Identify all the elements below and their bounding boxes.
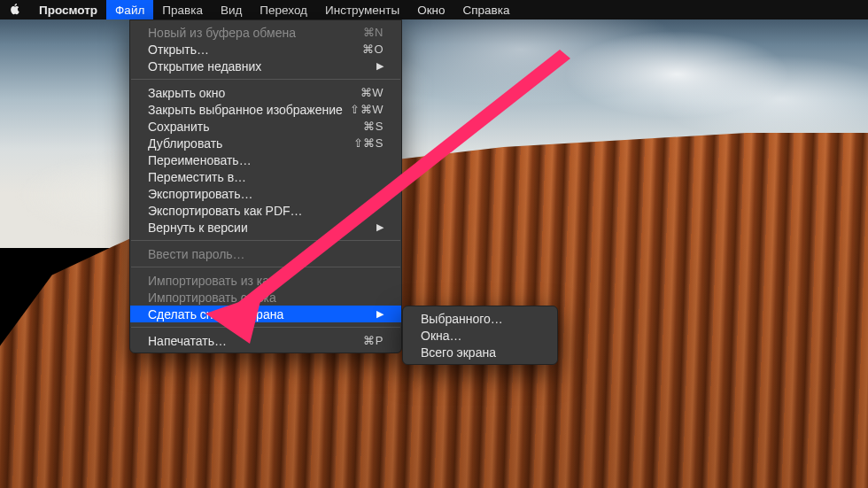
- file-menu-item-1[interactable]: Открыть…⌘O: [130, 41, 401, 58]
- menu-6[interactable]: Справка: [454, 0, 519, 19]
- file-menu-item-12[interactable]: Вернуть к версии▶: [130, 219, 401, 236]
- menu-3[interactable]: Переход: [251, 0, 316, 19]
- menu-separator: [131, 327, 400, 328]
- file-menu-item-8[interactable]: Переименовать…: [130, 151, 401, 168]
- menu-item-label: Ввести пароль…: [148, 247, 384, 261]
- menu-item-label: Переместить в…: [148, 170, 384, 184]
- screenshot-submenu-item-1[interactable]: Окна…: [403, 327, 557, 344]
- menu-item-label: Экспортировать…: [148, 187, 384, 201]
- file-menu-item-5[interactable]: Закрыть выбранное изображение⇧⌘W: [130, 101, 401, 118]
- file-menu-item-7[interactable]: Дублировать⇧⌘S: [130, 135, 401, 151]
- menu-item-label: Выбранного…: [421, 312, 539, 326]
- menu-item-label: Новый из буфера обмена: [148, 26, 363, 40]
- screenshot-submenu-item-2[interactable]: Всего экрана: [403, 344, 557, 360]
- file-menu-item-9[interactable]: Переместить в…: [130, 168, 401, 185]
- file-menu-item-6[interactable]: Сохранить⌘S: [130, 118, 401, 135]
- file-menu-item-16: Импортировать из кам: [130, 272, 401, 289]
- menubar: Просмотр ФайлПравкаВидПереходИнструменты…: [0, 0, 868, 19]
- screenshot-submenu-item-0[interactable]: Выбранного…: [403, 310, 557, 327]
- chevron-right-icon: ▶: [376, 221, 384, 233]
- screenshot-submenu: Выбранного…Окна…Всего экрана: [402, 306, 558, 365]
- menu-item-label: Импортировать со ска: [148, 290, 384, 305]
- menu-item-shortcut: ⌘O: [362, 43, 384, 56]
- apple-menu[interactable]: [0, 0, 30, 19]
- menu-item-label: Переименовать…: [148, 153, 384, 167]
- menu-0[interactable]: Файл: [106, 0, 153, 19]
- menu-item-shortcut: ⇧⌘S: [353, 136, 384, 150]
- file-menu-item-2[interactable]: Открытие недавних▶: [130, 58, 401, 74]
- menu-item-label: Окна…: [421, 329, 539, 343]
- menu-2[interactable]: Вид: [212, 0, 251, 19]
- app-name[interactable]: Просмотр: [30, 0, 106, 19]
- menu-item-label: Закрыть окно: [148, 86, 360, 100]
- menu-item-label: Открыть…: [148, 43, 362, 57]
- menu-separator: [131, 240, 400, 241]
- menu-item-shortcut: ⌘S: [363, 120, 384, 133]
- menu-item-label: Открытие недавних: [148, 59, 376, 74]
- menu-item-shortcut: ⌘N: [363, 26, 384, 39]
- menu-item-label: Импортировать из кам: [148, 274, 384, 288]
- file-menu-item-11[interactable]: Экспортировать как PDF…: [130, 202, 401, 219]
- menu-separator: [131, 79, 400, 80]
- menu-item-label: Всего экрана: [421, 345, 539, 360]
- file-menu-item-0: Новый из буфера обмена⌘N: [130, 24, 401, 41]
- menu-item-label: Закрыть выбранное изображение: [148, 103, 350, 117]
- menu-item-label: Сохранить: [148, 120, 363, 134]
- file-menu-item-14: Ввести пароль…: [130, 245, 401, 262]
- menu-item-shortcut: ⇧⌘W: [350, 103, 384, 116]
- menu-item-label: Вернуть к версии: [148, 221, 376, 235]
- menu-item-label: Экспортировать как PDF…: [148, 204, 384, 218]
- file-menu-item-18[interactable]: Сделать снимок экрана▶: [130, 306, 401, 322]
- file-menu-item-10[interactable]: Экспортировать…: [130, 185, 401, 202]
- file-menu-item-4[interactable]: Закрыть окно⌘W: [130, 84, 401, 101]
- menu-item-label: Напечатать…: [148, 334, 363, 348]
- menu-item-label: Сделать снимок экрана: [148, 307, 376, 321]
- menu-item-label: Дублировать: [148, 136, 353, 151]
- menu-4[interactable]: Инструменты: [316, 0, 408, 19]
- apple-icon: [9, 3, 21, 18]
- menu-5[interactable]: Окно: [408, 0, 453, 19]
- menu-item-shortcut: ⌘W: [360, 86, 384, 99]
- menu-separator: [131, 267, 400, 267]
- menu-item-shortcut: ⌘P: [363, 334, 384, 347]
- file-menu-item-17: Импортировать со ска: [130, 289, 401, 306]
- chevron-right-icon: ▶: [376, 308, 384, 320]
- chevron-right-icon: ▶: [376, 60, 384, 72]
- file-menu-item-20[interactable]: Напечатать…⌘P: [130, 332, 401, 349]
- file-menu-dropdown: Новый из буфера обмена⌘NОткрыть…⌘OОткрыт…: [129, 19, 402, 353]
- menu-1[interactable]: Правка: [153, 0, 212, 19]
